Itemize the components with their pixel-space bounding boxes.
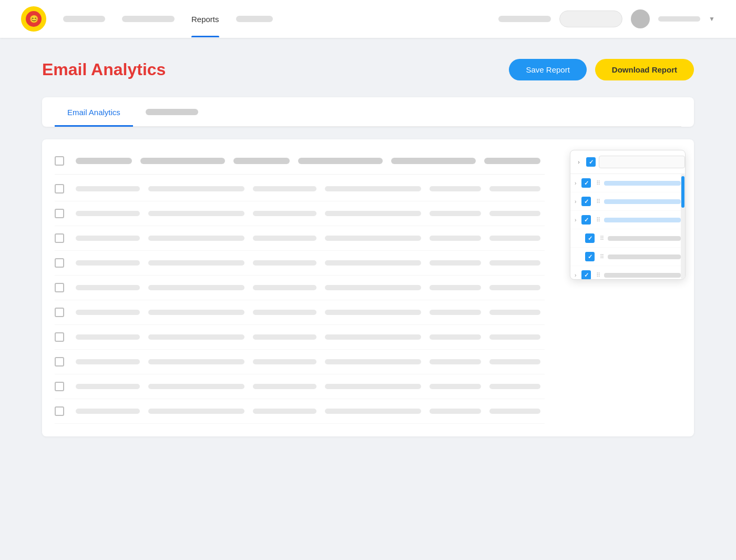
table-row (55, 399, 545, 424)
picker-scrollbar-thumb[interactable] (681, 176, 684, 208)
header-actions: Save Report Download Report (509, 59, 694, 80)
th-col-1 (76, 158, 132, 164)
tabs-card: Email Analytics (42, 97, 694, 127)
picker-drag-handle-6[interactable]: ⠿ (596, 272, 600, 279)
picker-checkbox-2[interactable] (581, 197, 591, 206)
td-3 (253, 260, 317, 266)
logo[interactable]: 😊 (21, 6, 46, 32)
picker-expand-icon[interactable]: › (575, 158, 583, 166)
td-1 (76, 310, 140, 315)
picker-checkbox-3[interactable] (581, 215, 591, 225)
td-4 (325, 211, 421, 216)
row-checkbox[interactable] (55, 332, 71, 342)
picker-search-input[interactable] (599, 156, 685, 168)
column-picker-panel: › › ⠿ › ⠿ (570, 150, 686, 280)
picker-drag-handle-4[interactable]: ⠿ (600, 235, 604, 242)
row-checkbox[interactable] (55, 209, 71, 218)
table-row (55, 300, 545, 325)
nav-chevron-icon[interactable]: ▼ (709, 15, 715, 23)
nav-search-box[interactable] (559, 11, 622, 27)
td-5 (430, 384, 481, 389)
td-3 (253, 310, 317, 315)
row-checkbox[interactable] (55, 258, 71, 268)
td-2 (148, 310, 244, 315)
picker-drag-handle-5[interactable]: ⠿ (600, 253, 604, 260)
td-2 (148, 211, 244, 216)
picker-select-all-checkbox[interactable] (586, 157, 596, 167)
row-checkbox[interactable] (55, 233, 71, 243)
picker-checkbox-6[interactable] (581, 270, 591, 279)
td-6 (489, 310, 540, 315)
td-4 (325, 186, 421, 191)
td-1 (76, 285, 140, 290)
table-row (55, 374, 545, 399)
picker-row-chevron-icon-2[interactable]: › (575, 199, 576, 205)
table-row (55, 350, 545, 374)
td-4 (325, 285, 421, 290)
nav-item-placeholder-1[interactable] (63, 16, 105, 22)
td-6 (489, 359, 540, 364)
nav-item-reports[interactable]: Reports (191, 15, 219, 24)
td-2 (148, 285, 244, 290)
tab-email-analytics[interactable]: Email Analytics (55, 97, 133, 126)
td-5 (430, 211, 481, 216)
td-6 (489, 384, 540, 389)
picker-checkbox-1[interactable] (581, 178, 591, 188)
td-5 (430, 285, 481, 290)
picker-row-chevron-icon[interactable]: › (575, 180, 576, 186)
picker-scrollbar-track-2[interactable] (681, 258, 685, 279)
main-area: › › ⠿ › ⠿ (42, 139, 694, 436)
picker-drag-handle-1[interactable]: ⠿ (596, 180, 600, 187)
th-col-6 (484, 158, 540, 164)
picker-drag-handle-2[interactable]: ⠿ (596, 198, 600, 205)
th-col-2 (140, 158, 225, 164)
row-checkbox[interactable] (55, 406, 71, 416)
header-checkbox[interactable] (55, 156, 64, 166)
nav-item-placeholder-2[interactable] (122, 16, 175, 22)
row-checkbox[interactable] (55, 382, 71, 391)
picker-label-5 (608, 254, 681, 259)
page-content: Email Analytics Save Report Download Rep… (0, 38, 736, 457)
table-row (55, 325, 545, 350)
picker-checkbox-4[interactable] (585, 233, 595, 243)
save-report-button[interactable]: Save Report (509, 59, 586, 80)
td-2 (148, 260, 244, 266)
page-title: Email Analytics (42, 60, 166, 79)
row-checkbox[interactable] (55, 283, 71, 292)
picker-row-chevron-icon-3[interactable]: › (575, 217, 576, 223)
td-3 (253, 334, 317, 340)
th-checkbox[interactable] (55, 156, 71, 166)
row-checkbox[interactable] (55, 184, 71, 194)
row-checkbox[interactable] (55, 357, 71, 366)
nav-item-placeholder-3[interactable] (236, 16, 273, 22)
picker-checkbox-5[interactable] (585, 252, 595, 261)
nav-search-placeholder (498, 16, 551, 22)
th-col-4 (298, 158, 383, 164)
picker-drag-handle-3[interactable]: ⠿ (596, 217, 600, 223)
table-row (55, 177, 545, 201)
table-row (55, 251, 545, 276)
table-row (55, 201, 545, 226)
picker-item-6: › ⠿ (570, 266, 685, 279)
download-report-button[interactable]: Download Report (595, 59, 694, 80)
td-2 (148, 334, 244, 340)
td-3 (253, 186, 317, 191)
td-5 (430, 409, 481, 414)
td-4 (325, 260, 421, 266)
td-6 (489, 285, 540, 290)
td-4 (325, 409, 421, 414)
picker-row-chevron-icon-6[interactable]: › (575, 272, 576, 278)
tab-placeholder[interactable] (146, 109, 198, 115)
picker-list: › ⠿ › ⠿ › ⠿ (570, 174, 685, 279)
picker-item-2: › ⠿ (570, 192, 685, 211)
picker-item-5: ⠿ (570, 248, 685, 266)
td-3 (253, 211, 317, 216)
picker-item-1: › ⠿ (570, 174, 685, 192)
td-3 (253, 359, 317, 364)
row-checkbox[interactable] (55, 308, 71, 317)
nav-user-placeholder (658, 16, 700, 22)
td-6 (489, 236, 540, 241)
td-4 (325, 236, 421, 241)
picker-label-4 (608, 236, 681, 241)
td-2 (148, 236, 244, 241)
